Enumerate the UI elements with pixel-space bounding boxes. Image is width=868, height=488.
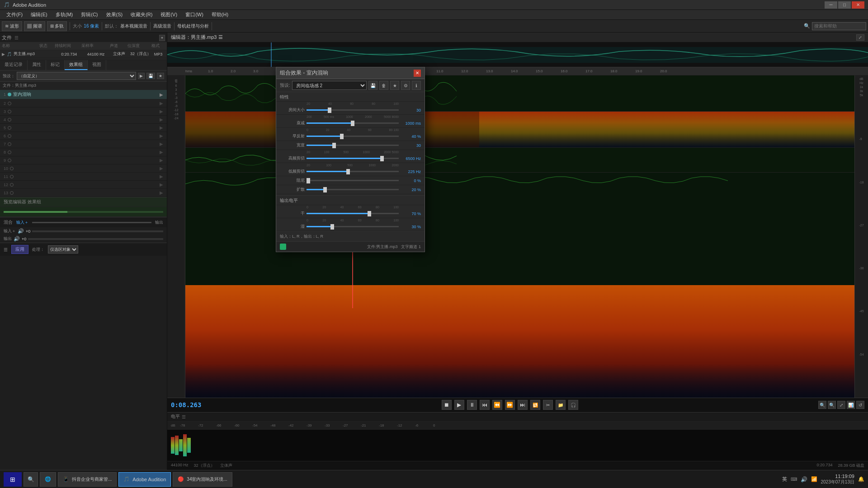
folder-btn[interactable]: 📁 <box>556 400 566 410</box>
files-add-btn[interactable]: + <box>159 35 165 41</box>
zoom-in-btn[interactable]: 🔍 <box>818 401 826 409</box>
toolbar-basic-reverb[interactable]: 基本视频混音 <box>120 23 147 29</box>
wet-slider[interactable]: 湿 30 % <box>276 222 425 231</box>
process-select[interactable]: 仅选区对象 <box>48 245 78 253</box>
loop-btn[interactable]: 🔁 <box>530 400 540 410</box>
end-btn[interactable]: ⏭ <box>518 400 528 410</box>
effect-row-10[interactable]: 10 ▶ <box>0 164 167 173</box>
file-row[interactable]: ▶ 🎵 男主播.mp3 0:20.734 44100 Hz 立体声 32（浮点）… <box>0 50 167 58</box>
lang-icon[interactable]: 英 <box>782 476 787 483</box>
pause-btn[interactable]: ⏸ <box>467 400 477 410</box>
effect-row-8[interactable]: 8 ▶ <box>0 148 167 156</box>
effect-row-11[interactable]: 11 ▶ <box>0 173 167 181</box>
taskbar-reverb[interactable]: 🔴 34室内混响及环境... <box>173 472 232 487</box>
low-freq-cut-slider[interactable]: 低频剪切 225 Hz <box>276 167 425 176</box>
zoom-out-btn[interactable]: 🔍 <box>828 401 836 409</box>
refresh-btn[interactable]: ↺ <box>856 401 864 409</box>
taskbar-tiktok[interactable]: 📱 抖音企业号商家管... <box>58 472 117 487</box>
effect-row-6[interactable]: 6 ▶ <box>0 132 167 140</box>
maximize-button[interactable]: □ <box>838 1 851 9</box>
tab-recent[interactable]: 最近记录 <box>0 60 28 70</box>
effect-row-9[interactable]: 9 ▶ <box>0 156 167 164</box>
apply-button[interactable]: 应用 <box>11 245 28 254</box>
preset-save-btn-dialog[interactable]: 💾 <box>368 81 377 90</box>
effect-row-5[interactable]: 5 ▶ <box>0 124 167 132</box>
decay-slider[interactable]: 衰减 1000 ms <box>276 119 425 128</box>
start-button[interactable]: ⊞ <box>4 472 22 487</box>
headphones-btn[interactable]: 🎧 <box>568 400 578 410</box>
tab-markers[interactable]: 标记 <box>46 60 65 70</box>
preset-select[interactable]: （自定义） <box>17 72 136 80</box>
search-input[interactable] <box>812 22 866 30</box>
menu-effects[interactable]: 效果(S) <box>103 10 127 19</box>
tab-effects[interactable]: 效果组 <box>65 60 88 70</box>
menu-window[interactable]: 窗口(W) <box>182 10 207 19</box>
minimize-button[interactable]: ─ <box>825 1 837 9</box>
preset-load-btn[interactable]: ▶ <box>138 73 145 79</box>
width-slider[interactable]: 宽度 30 <box>276 141 425 150</box>
stop-btn[interactable]: ⏹ <box>442 400 452 410</box>
dry-slider[interactable]: 干 70 % <box>276 209 425 218</box>
effect-row-3[interactable]: 3 ▶ <box>0 108 167 116</box>
high-freq-cut-thumb[interactable] <box>380 156 384 161</box>
network-icon[interactable]: 📶 <box>811 476 817 482</box>
back-btn[interactable]: ⏪ <box>492 400 502 410</box>
high-freq-cut-slider[interactable]: 高频剪切 6500 Hz <box>276 154 425 163</box>
room-size-slider[interactable]: 房间大小 30 <box>276 106 425 115</box>
menu-multitrack[interactable]: 多轨(M) <box>52 10 77 19</box>
overview-waveform[interactable] <box>167 42 868 67</box>
decay-track[interactable] <box>307 122 399 124</box>
effect-row-2[interactable]: 2 ▶ <box>0 99 167 108</box>
menu-clip[interactable]: 剪辑(C) <box>77 10 101 19</box>
taskbar-chrome[interactable]: 🌐 <box>40 472 56 487</box>
high-freq-cut-track[interactable] <box>307 158 399 159</box>
early-reflections-slider[interactable]: 早反射 40 % <box>276 132 425 141</box>
menu-help[interactable]: 帮助(H) <box>208 10 232 19</box>
close-button[interactable]: ✕ <box>852 1 864 9</box>
preset-info-btn[interactable]: ℹ <box>412 81 421 90</box>
preset-save-btn[interactable]: 💾 <box>146 73 155 79</box>
preset-star-btn[interactable]: ★ <box>157 73 164 79</box>
decay-thumb[interactable] <box>351 121 354 126</box>
menu-edit[interactable]: 编辑(E) <box>27 10 51 19</box>
preset-settings-btn[interactable]: ⚙ <box>401 81 410 90</box>
width-track[interactable] <box>307 145 399 146</box>
editor-zoom-btn[interactable]: ⤢ <box>856 34 864 41</box>
damping-thumb[interactable] <box>307 178 310 183</box>
zoom-fit-btn[interactable]: ⤢ <box>837 401 845 409</box>
menu-view[interactable]: 视图(V) <box>157 10 181 19</box>
effect-row-1[interactable]: 1 室内混响 ▶ <box>0 90 167 99</box>
diffusion-slider[interactable]: 扩散 20 % <box>276 185 425 194</box>
forward-btn[interactable]: ⏩ <box>505 400 515 410</box>
early-reflections-track[interactable] <box>307 136 399 137</box>
waveform-zoom-btn[interactable]: 📊 <box>847 401 855 409</box>
rewind-btn[interactable]: ⏮ <box>480 400 490 410</box>
titlebar-controls[interactable]: ─ □ ✕ <box>825 1 864 9</box>
active-led[interactable] <box>280 244 286 250</box>
menu-file[interactable]: 文件(F) <box>3 10 26 19</box>
tab-attributes[interactable]: 属性 <box>28 60 46 70</box>
notification-icon[interactable]: 🔔 <box>858 476 864 482</box>
toolbar-waveform[interactable]: ≋ 波形 <box>2 21 22 31</box>
room-size-track[interactable] <box>307 109 399 111</box>
eq-menu-icon[interactable]: ☰ <box>182 414 186 419</box>
play-btn[interactable]: ▶ <box>454 400 464 410</box>
toolbar-high-mix[interactable]: 高级混音 <box>153 23 171 29</box>
search-button[interactable]: 🔍 <box>24 472 38 487</box>
clip-btn[interactable]: ✂ <box>543 400 553 410</box>
effect-row-12[interactable]: 12 ▶ <box>0 181 167 189</box>
preset-star-btn-dialog[interactable]: ★ <box>390 81 399 90</box>
effect-row-4[interactable]: 4 ▶ <box>0 116 167 124</box>
menu-favorites[interactable]: 收藏夹(R) <box>127 10 156 19</box>
width-thumb[interactable] <box>332 143 336 148</box>
preset-delete-btn[interactable]: 🗑 <box>379 81 388 90</box>
dialog-close-button[interactable]: ✕ <box>414 70 421 77</box>
dry-thumb[interactable] <box>368 211 371 216</box>
toolbar-spectral[interactable]: ▦ 频谱 <box>24 21 45 31</box>
diffusion-thumb[interactable] <box>323 187 327 192</box>
damping-track[interactable] <box>307 180 399 181</box>
wet-thumb[interactable] <box>330 224 334 230</box>
tab-view[interactable]: 视图 <box>88 60 106 70</box>
dry-track[interactable] <box>307 213 399 214</box>
volume-icon[interactable]: 🔊 <box>801 476 807 483</box>
